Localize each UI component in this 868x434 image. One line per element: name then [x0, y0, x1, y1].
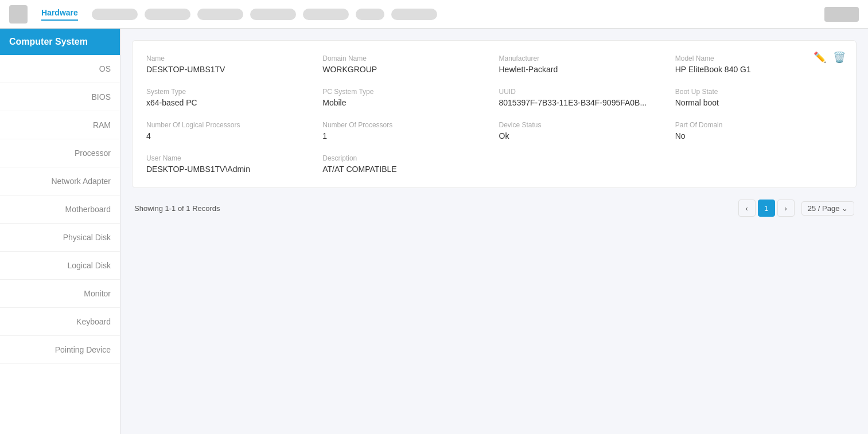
pagination-controls: ‹ 1 › 25 / Page ⌄: [738, 200, 854, 217]
sidebar-item-computer-system[interactable]: Computer System: [0, 29, 120, 55]
top-nav: Hardware: [0, 0, 868, 29]
card-actions: ✏️ 🗑️: [812, 50, 847, 65]
field-boot-up-state: Boot Up State Normal boot: [675, 88, 842, 107]
sidebar-item-network-adapter[interactable]: Network Adapter: [0, 167, 120, 196]
sidebar-item-ram[interactable]: RAM: [0, 111, 120, 139]
field-num-logical-processors: Number Of Logical Processors 4: [146, 121, 313, 140]
nav-pill-7: [391, 9, 437, 20]
edit-button[interactable]: ✏️: [812, 50, 827, 65]
nav-pills: [92, 9, 811, 20]
sidebar-item-processor[interactable]: Processor: [0, 139, 120, 167]
field-pc-system-type: PC System Type Mobile: [322, 88, 489, 107]
nav-pill-5: [303, 9, 349, 20]
logo: [9, 5, 28, 24]
field-name: Name DESKTOP-UMBS1TV: [146, 54, 313, 74]
page-size-button[interactable]: 25 / Page ⌄: [801, 201, 854, 216]
sidebar-item-monitor[interactable]: Monitor: [0, 280, 120, 308]
field-manufacturer: Manufacturer Hewlett-Packard: [499, 54, 666, 74]
sidebar-item-pointing-device[interactable]: Pointing Device: [0, 336, 120, 364]
sidebar-item-logical-disk[interactable]: Logical Disk: [0, 252, 120, 280]
nav-pill-4: [250, 9, 296, 20]
main-layout: Computer System OS BIOS RAM Processor Ne…: [0, 29, 868, 434]
next-page-button[interactable]: ›: [777, 200, 795, 217]
sidebar-item-keyboard[interactable]: Keyboard: [0, 308, 120, 336]
pagination-bar: Showing 1-1 of 1 Records ‹ 1 › 25 / Page…: [132, 200, 857, 217]
field-uuid: UUID 8015397F-7B33-11E3-B34F-9095FA0B...: [499, 88, 666, 107]
data-grid: Name DESKTOP-UMBS1TV Domain Name WORKGRO…: [146, 54, 842, 174]
field-system-type: System Type x64-based PC: [146, 88, 313, 107]
computer-system-card: ✏️ 🗑️ Name DESKTOP-UMBS1TV Domain Name W…: [132, 40, 857, 188]
sidebar-item-physical-disk[interactable]: Physical Disk: [0, 224, 120, 252]
sidebar: Computer System OS BIOS RAM Processor Ne…: [0, 29, 120, 434]
nav-pill-3: [197, 9, 243, 20]
sidebar-item-motherboard[interactable]: Motherboard: [0, 196, 120, 224]
hardware-tab[interactable]: Hardware: [41, 8, 78, 21]
field-description: Description AT/AT COMPATIBLE: [322, 154, 489, 174]
field-part-of-domain: Part Of Domain No: [675, 121, 842, 140]
content-area: ✏️ 🗑️ Name DESKTOP-UMBS1TV Domain Name W…: [120, 29, 868, 434]
delete-button[interactable]: 🗑️: [832, 50, 847, 65]
top-nav-action-btn[interactable]: [824, 7, 859, 22]
showing-text: Showing 1-1 of 1 Records: [134, 204, 220, 213]
sidebar-item-os[interactable]: OS: [0, 55, 120, 83]
nav-pill-6: [356, 9, 384, 20]
prev-page-button[interactable]: ‹: [738, 200, 756, 217]
sidebar-item-bios[interactable]: BIOS: [0, 83, 120, 111]
field-num-processors: Number Of Processors 1: [322, 121, 489, 140]
page-1-button[interactable]: 1: [758, 200, 775, 217]
field-device-status: Device Status Ok: [499, 121, 666, 140]
field-user-name: User Name DESKTOP-UMBS1TV\Admin: [146, 154, 313, 174]
nav-pill-2: [145, 9, 190, 20]
nav-pill-1: [92, 9, 138, 20]
field-domain-name: Domain Name WORKGROUP: [322, 54, 489, 74]
